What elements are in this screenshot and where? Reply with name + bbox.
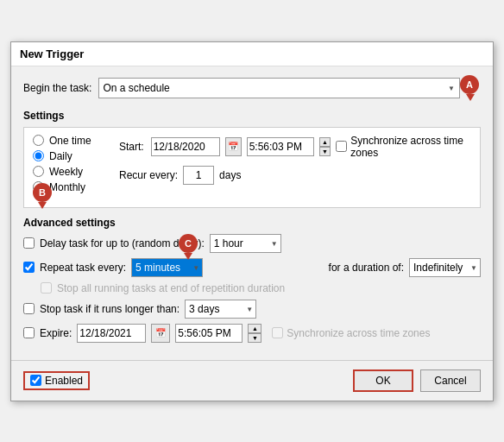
main-settings-layout: One time Daily Weekly Monthly: [33, 135, 471, 200]
radio-weekly-input[interactable]: [33, 166, 44, 177]
ok-button[interactable]: OK: [353, 369, 413, 392]
expire-row: Expire: 📅 ▲ ▼ Synchronize across time zo…: [23, 324, 481, 343]
expire-checkbox[interactable]: [23, 327, 35, 338]
expire-sync-checkbox[interactable]: [272, 327, 283, 338]
expire-time-up-btn[interactable]: ▲: [248, 324, 261, 333]
stop-repetition-checkbox[interactable]: [41, 282, 52, 294]
stop-longer-select[interactable]: 3 days 1 hour 1 day 30 minutes: [185, 300, 256, 319]
recur-input[interactable]: [183, 166, 214, 185]
time-up-btn[interactable]: ▲: [319, 137, 331, 147]
stop-longer-label: Stop task if it runs longer than:: [40, 303, 180, 315]
stop-longer-select-wrapper: 3 days 1 hour 1 day 30 minutes: [185, 300, 256, 319]
duration-label: for a duration of:: [329, 262, 404, 274]
dialog-footer: Enabled OK Cancel: [11, 360, 493, 401]
recur-label: Recur every:: [119, 169, 178, 181]
radio-weekly-label: Weekly: [49, 166, 83, 178]
repeat-row: Repeat task every: 5 minutes 10 minutes …: [23, 258, 481, 277]
begin-task-select-wrapper: On a schedule: [98, 78, 460, 98]
delay-checkbox[interactable]: [23, 237, 35, 249]
delay-select[interactable]: 1 hour 30 minutes 1 day: [210, 234, 281, 253]
badge-b: B: [33, 183, 52, 202]
begin-task-label: Begin the task:: [23, 82, 91, 94]
expire-label: Expire:: [40, 327, 72, 339]
radio-daily-label: Daily: [49, 150, 72, 162]
stop-longer-row: Stop task if it runs longer than: 3 days…: [23, 300, 481, 319]
sync-label: Synchronize across time zones: [350, 135, 469, 159]
start-label: Start:: [119, 141, 144, 153]
delay-row: Delay task for up to (random delay): 1 h…: [23, 234, 481, 253]
stop-repetition-row: Stop all running tasks at end of repetit…: [23, 282, 481, 294]
duration-select[interactable]: Indefinitely 1 hour 30 minutes 1 day: [409, 258, 481, 277]
start-time-input[interactable]: [247, 137, 314, 156]
for-duration-row: for a duration of: Indefinitely 1 hour 3…: [329, 258, 481, 277]
btn-row: OK Cancel: [353, 369, 481, 392]
repeat-select[interactable]: 5 minutes 10 minutes 15 minutes 30 minut…: [131, 258, 203, 277]
expire-time-down-btn[interactable]: ▼: [248, 333, 261, 343]
cancel-button[interactable]: Cancel: [420, 369, 481, 392]
radio-one-time: One time: [33, 135, 110, 147]
repeat-checkbox[interactable]: [23, 262, 35, 273]
settings-label: Settings: [23, 110, 481, 122]
duration-select-wrapper: Indefinitely 1 hour 30 minutes 1 day: [409, 258, 481, 277]
delay-select-wrapper: 1 hour 30 minutes 1 day: [210, 234, 281, 253]
new-trigger-dialog: New Trigger Begin the task: On a schedul…: [10, 41, 494, 401]
radio-daily: Daily: [33, 150, 110, 162]
repeat-label: Repeat task every:: [40, 262, 126, 274]
expire-date-input[interactable]: [77, 324, 146, 343]
badge-b-container: B: [33, 183, 52, 209]
settings-box: One time Daily Weekly Monthly: [23, 127, 481, 208]
radio-col: One time Daily Weekly Monthly: [33, 135, 110, 200]
badge-c-container: C: [179, 234, 198, 260]
stop-repetition-label: Stop all running tasks at end of repetit…: [57, 282, 285, 294]
start-date-input[interactable]: [151, 137, 220, 156]
badge-c-tail: [184, 253, 192, 260]
begin-task-row: Begin the task: On a schedule A: [23, 75, 481, 101]
expire-sync-label: Synchronize across time zones: [287, 327, 430, 339]
sync-checkbox-row: Synchronize across time zones: [336, 135, 471, 159]
enabled-label: Enabled: [45, 375, 83, 387]
begin-task-select[interactable]: On a schedule: [98, 78, 460, 98]
time-spinner[interactable]: ▲ ▼: [319, 137, 331, 156]
radio-weekly: Weekly: [33, 166, 110, 178]
dialog-title: New Trigger: [11, 42, 493, 66]
expire-sync-row: Synchronize across time zones: [272, 327, 430, 339]
badge-a-tail: [466, 94, 475, 101]
badge-c: C: [179, 234, 198, 253]
start-row: Start: 📅 ▲ ▼ Synchronize across time zon…: [119, 135, 471, 159]
badge-a: A: [460, 75, 479, 94]
radio-one-time-label: One time: [49, 135, 91, 147]
radio-daily-input[interactable]: [33, 150, 44, 161]
repeat-select-wrapper: 5 minutes 10 minutes 15 minutes 30 minut…: [131, 258, 203, 277]
recur-row: Recur every: days: [119, 166, 471, 185]
badge-a-container: A: [460, 75, 481, 101]
enabled-checkbox[interactable]: [30, 375, 41, 386]
calendar-button[interactable]: 📅: [225, 137, 242, 156]
time-down-btn[interactable]: ▼: [319, 147, 331, 156]
expire-time-spinner[interactable]: ▲ ▼: [248, 324, 261, 343]
stop-longer-checkbox[interactable]: [23, 303, 35, 314]
sync-checkbox[interactable]: [336, 141, 347, 152]
right-settings-col: Start: 📅 ▲ ▼ Synchronize across time zon…: [119, 135, 471, 200]
advanced-settings-label: Advanced settings: [23, 217, 481, 229]
expire-time-input[interactable]: [175, 324, 243, 343]
enabled-box: Enabled: [23, 371, 90, 390]
radio-monthly-label: Monthly: [49, 181, 85, 193]
expire-calendar-btn[interactable]: 📅: [151, 324, 170, 343]
badge-b-tail: [38, 202, 47, 209]
radio-one-time-input[interactable]: [33, 135, 44, 146]
recur-unit: days: [219, 169, 241, 181]
